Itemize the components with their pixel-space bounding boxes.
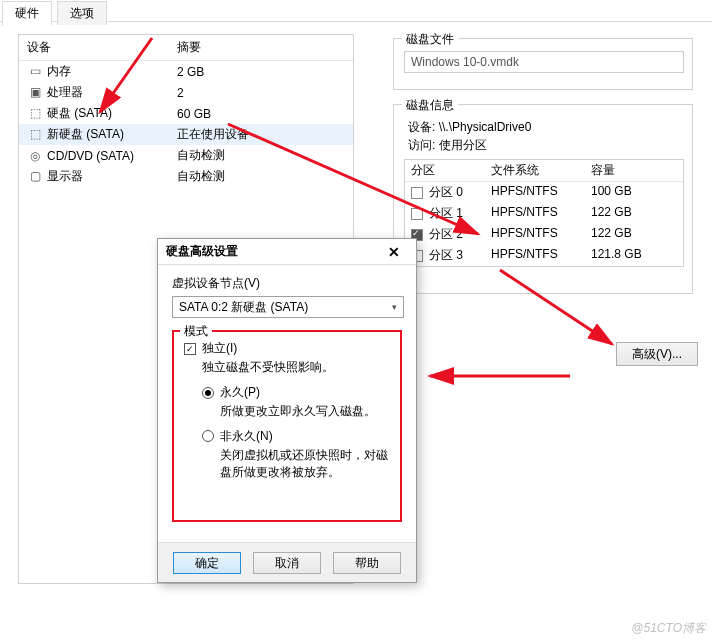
node-value: SATA 0:2 新硬盘 (SATA)	[179, 299, 308, 316]
disk-icon: ⬚	[27, 127, 43, 141]
col-filesystem: 文件系统	[491, 162, 591, 179]
close-icon[interactable]: ✕	[380, 244, 408, 260]
disk-file-title: 磁盘文件	[402, 31, 458, 48]
device-row[interactable]: ▭内存2 GB	[19, 61, 353, 82]
partition-name: 分区 2	[429, 226, 463, 243]
partition-name: 分区 3	[429, 247, 463, 264]
permanent-desc: 所做更改立即永久写入磁盘。	[220, 403, 390, 420]
advanced-settings-dialog: 硬盘高级设置 ✕ 虚拟设备节点(V) SATA 0:2 新硬盘 (SATA) ▾…	[157, 238, 417, 583]
info-access-label: 访问:	[408, 138, 435, 152]
chevron-down-icon: ▾	[392, 302, 397, 312]
node-label: 虚拟设备节点(V)	[172, 275, 402, 292]
device-name: 新硬盘 (SATA)	[47, 127, 124, 141]
partition-cap: 122 GB	[591, 226, 677, 243]
dialog-body: 虚拟设备节点(V) SATA 0:2 新硬盘 (SATA) ▾ 模式 ✓ 独立(…	[158, 265, 416, 522]
partition-name: 分区 0	[429, 184, 463, 201]
info-access-value: 使用分区	[439, 138, 487, 152]
independent-desc: 独立磁盘不受快照影响。	[202, 359, 390, 376]
independent-checkbox-row[interactable]: ✓ 独立(I)	[184, 340, 390, 357]
memory-icon: ▭	[27, 64, 43, 78]
partition-name: 分区 1	[429, 205, 463, 222]
checkbox-icon[interactable]	[411, 208, 423, 220]
partition-row[interactable]: 分区 1HPFS/NTFS122 GB	[405, 203, 683, 224]
ok-button[interactable]: 确定	[173, 552, 241, 574]
device-summary: 自动检测	[177, 168, 345, 185]
device-row[interactable]: ⬚硬盘 (SATA)60 GB	[19, 103, 353, 124]
partition-cap: 121.8 GB	[591, 247, 677, 264]
radio-icon	[202, 430, 214, 442]
tab-options[interactable]: 选项	[57, 1, 107, 25]
dialog-title: 硬盘高级设置	[166, 243, 238, 260]
device-name: 内存	[47, 64, 71, 78]
display-icon: ▢	[27, 169, 43, 183]
device-summary: 正在使用设备	[177, 126, 345, 143]
disk-icon: ⬚	[27, 106, 43, 120]
mode-group: 模式 ✓ 独立(I) 独立磁盘不受快照影响。 永久(P) 所做更改立即永久写入磁…	[172, 330, 402, 522]
device-row[interactable]: ◎CD/DVD (SATA)自动检测	[19, 145, 353, 166]
device-summary: 2	[177, 86, 345, 100]
nonpermanent-radio-row[interactable]: 非永久(N)	[202, 428, 390, 445]
device-row[interactable]: ⬚新硬盘 (SATA)正在使用设备	[19, 124, 353, 145]
device-summary: 60 GB	[177, 107, 345, 121]
partition-fs: HPFS/NTFS	[491, 226, 591, 243]
disk-info-group: 磁盘信息 设备: \\.\PhysicalDrive0 访问: 使用分区 分区 …	[393, 104, 693, 294]
permanent-radio-row[interactable]: 永久(P)	[202, 384, 390, 401]
info-access-line: 访问: 使用分区	[408, 137, 487, 154]
info-device-value: \\.\PhysicalDrive0	[439, 120, 532, 134]
partition-table: 分区 文件系统 容量 分区 0HPFS/NTFS100 GB分区 1HPFS/N…	[404, 159, 684, 267]
disk-file-group: 磁盘文件 Windows 10-0.vmdk	[393, 38, 693, 90]
mode-title: 模式	[180, 323, 212, 340]
radio-icon	[202, 387, 214, 399]
device-name: CD/DVD (SATA)	[47, 149, 134, 163]
device-name: 处理器	[47, 85, 83, 99]
partition-cap: 100 GB	[591, 184, 677, 201]
watermark: @51CTO博客	[631, 620, 706, 637]
col-capacity: 容量	[591, 162, 677, 179]
checkbox-icon[interactable]	[411, 187, 423, 199]
help-button[interactable]: 帮助	[333, 552, 401, 574]
dialog-titlebar: 硬盘高级设置 ✕	[158, 239, 416, 265]
node-combobox[interactable]: SATA 0:2 新硬盘 (SATA) ▾	[172, 296, 404, 318]
tab-hardware[interactable]: 硬件	[2, 1, 52, 26]
tab-strip: 硬件 选项	[0, 0, 712, 22]
cancel-button[interactable]: 取消	[253, 552, 321, 574]
device-list-header: 设备 摘要	[19, 35, 353, 61]
partition-row[interactable]: 分区 3HPFS/NTFS121.8 GB	[405, 245, 683, 266]
disk-file-field[interactable]: Windows 10-0.vmdk	[404, 51, 684, 73]
nonpermanent-label: 非永久(N)	[220, 428, 273, 445]
info-device-label: 设备:	[408, 120, 435, 134]
partition-header: 分区 文件系统 容量	[405, 160, 683, 182]
device-row[interactable]: ▢显示器自动检测	[19, 166, 353, 187]
partition-row[interactable]: 分区 2HPFS/NTFS122 GB	[405, 224, 683, 245]
device-summary: 自动检测	[177, 147, 345, 164]
permanent-label: 永久(P)	[220, 384, 260, 401]
independent-label: 独立(I)	[202, 340, 237, 357]
disk-info-title: 磁盘信息	[402, 97, 458, 114]
partition-fs: HPFS/NTFS	[491, 205, 591, 222]
device-name: 硬盘 (SATA)	[47, 106, 112, 120]
partition-fs: HPFS/NTFS	[491, 184, 591, 201]
device-summary: 2 GB	[177, 65, 345, 79]
optical-icon: ◎	[27, 149, 43, 163]
checkbox-icon: ✓	[184, 343, 196, 355]
info-device-line: 设备: \\.\PhysicalDrive0	[408, 119, 531, 136]
partition-fs: HPFS/NTFS	[491, 247, 591, 264]
col-summary: 摘要	[177, 39, 345, 56]
device-row[interactable]: ▣处理器2	[19, 82, 353, 103]
advanced-button[interactable]: 高级(V)...	[616, 342, 698, 366]
cpu-icon: ▣	[27, 85, 43, 99]
col-device: 设备	[27, 39, 177, 56]
partition-cap: 122 GB	[591, 205, 677, 222]
partition-row[interactable]: 分区 0HPFS/NTFS100 GB	[405, 182, 683, 203]
device-name: 显示器	[47, 169, 83, 183]
dialog-buttons: 确定 取消 帮助	[158, 542, 416, 582]
col-partition: 分区	[411, 162, 491, 179]
nonpermanent-desc: 关闭虚拟机或还原快照时，对磁盘所做更改将被放弃。	[220, 447, 390, 481]
